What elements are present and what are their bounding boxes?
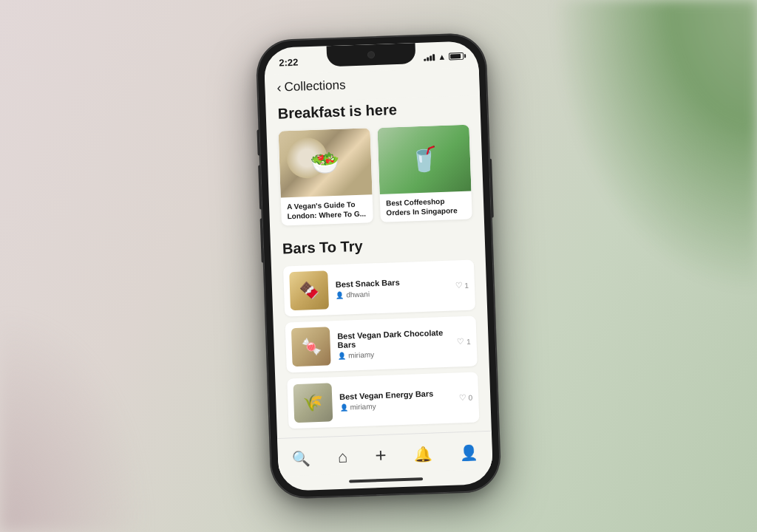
- phone-screen: 2:22 ▲: [264, 41, 494, 491]
- volume-mute-button: [257, 130, 259, 156]
- home-indicator: [349, 477, 423, 482]
- status-time: 2:22: [279, 56, 299, 68]
- bars-section: Bars To Try Best Snack Bars 👤 dhwani: [282, 234, 480, 429]
- snack-bars-author-name: dhwani: [346, 290, 370, 299]
- coffeeshop-label: Best Coffeeshop Orders In Singapore: [380, 191, 472, 222]
- signal-icon: [424, 54, 435, 61]
- status-icons: ▲: [424, 52, 464, 62]
- dark-choc-title: Best Vegan Dark Chocolate Bars: [337, 328, 449, 349]
- battery-icon: [449, 52, 464, 61]
- snack-bars-like[interactable]: ♡ 1: [455, 280, 469, 290]
- dark-choc-likes-count: 1: [466, 337, 471, 345]
- phone-device: 2:22 ▲: [256, 33, 500, 499]
- dark-choc-author-name: miriamy: [348, 350, 374, 359]
- snack-bars-author: 👤 dhwani: [336, 287, 448, 299]
- person-icon: 👤: [339, 403, 347, 411]
- add-icon: +: [375, 444, 387, 468]
- person-icon: 👤: [336, 291, 344, 299]
- breakfast-section: Breakfast is here A Vegan's Guide To Lon…: [277, 99, 472, 226]
- profile-icon: 👤: [460, 443, 479, 462]
- background-plant: [550, 0, 757, 296]
- card-coffeeshop[interactable]: Best Coffeeshop Orders In Singapore: [377, 125, 472, 222]
- bars-heading: Bars To Try: [282, 234, 474, 258]
- list-item[interactable]: Best Vegan Energy Bars 👤 miriamy ♡ 0: [287, 372, 479, 429]
- nav-item-add[interactable]: +: [369, 441, 393, 471]
- scene: 2:22 ▲: [0, 0, 757, 532]
- home-icon: ⌂: [338, 447, 348, 466]
- back-button[interactable]: ‹ Collections: [276, 78, 346, 95]
- person-icon: 👤: [338, 352, 346, 359]
- energy-bars-info: Best Vegan Energy Bars 👤 miriamy: [339, 389, 452, 412]
- heart-icon: ♡: [455, 281, 462, 290]
- search-icon: 🔍: [291, 449, 310, 468]
- nav-item-profile[interactable]: 👤: [454, 440, 485, 465]
- snack-bars-thumbnail: [289, 270, 329, 310]
- energy-bars-author-name: miriamy: [350, 402, 376, 411]
- signal-bar-3: [430, 55, 432, 61]
- signal-bar-4: [432, 54, 435, 61]
- dark-choc-info: Best Vegan Dark Chocolate Bars 👤 miriamy: [337, 328, 450, 360]
- vegan-guide-label: A Vegan's Guide To London: Where To G...: [281, 194, 373, 225]
- snack-bars-likes-count: 1: [464, 281, 469, 289]
- breakfast-heading: Breakfast is here: [277, 99, 469, 123]
- energy-bars-author: 👤 miriamy: [339, 400, 452, 412]
- nav-title: Collections: [284, 78, 346, 95]
- breakfast-grid: A Vegan's Guide To London: Where To G...…: [279, 125, 472, 226]
- energy-bars-like[interactable]: ♡ 0: [458, 392, 472, 403]
- dark-choc-author: 👤 miriamy: [338, 348, 450, 360]
- energy-bars-thumbnail: [293, 383, 333, 423]
- dark-choc-thumbnail: [291, 327, 331, 366]
- energy-bars-likes-count: 0: [469, 393, 473, 401]
- heart-icon: ♡: [457, 337, 464, 347]
- notch: [327, 43, 416, 66]
- signal-bar-2: [427, 57, 429, 61]
- bell-icon: 🔔: [413, 445, 432, 463]
- coffeeshop-image: [377, 125, 471, 194]
- background-left: [0, 310, 148, 532]
- energy-bars-title: Best Vegan Energy Bars: [339, 389, 452, 401]
- front-camera: [367, 51, 375, 58]
- list-item[interactable]: Best Snack Bars 👤 dhwani ♡ 1: [283, 260, 475, 317]
- app-content: ‹ Collections Breakfast is here A Veg: [265, 67, 494, 491]
- list-item[interactable]: Best Vegan Dark Chocolate Bars 👤 miriamy…: [285, 316, 478, 372]
- scroll-content[interactable]: Breakfast is here A Vegan's Guide To Lon…: [265, 95, 492, 438]
- nav-item-search[interactable]: 🔍: [285, 446, 316, 471]
- snack-bars-info: Best Snack Bars 👤 dhwani: [336, 276, 448, 299]
- wifi-icon: ▲: [438, 52, 446, 61]
- back-chevron-icon: ‹: [276, 81, 282, 94]
- battery-fill: [450, 54, 461, 58]
- card-vegan-guide[interactable]: A Vegan's Guide To London: Where To G...: [279, 128, 373, 225]
- dark-choc-like[interactable]: ♡ 1: [457, 336, 471, 347]
- nav-item-notifications[interactable]: 🔔: [407, 442, 438, 466]
- nav-item-home[interactable]: ⌂: [331, 444, 353, 470]
- heart-icon: ♡: [458, 392, 466, 402]
- snack-bars-title: Best Snack Bars: [336, 276, 448, 289]
- signal-bar-1: [424, 58, 426, 61]
- vegan-guide-image: [279, 128, 373, 197]
